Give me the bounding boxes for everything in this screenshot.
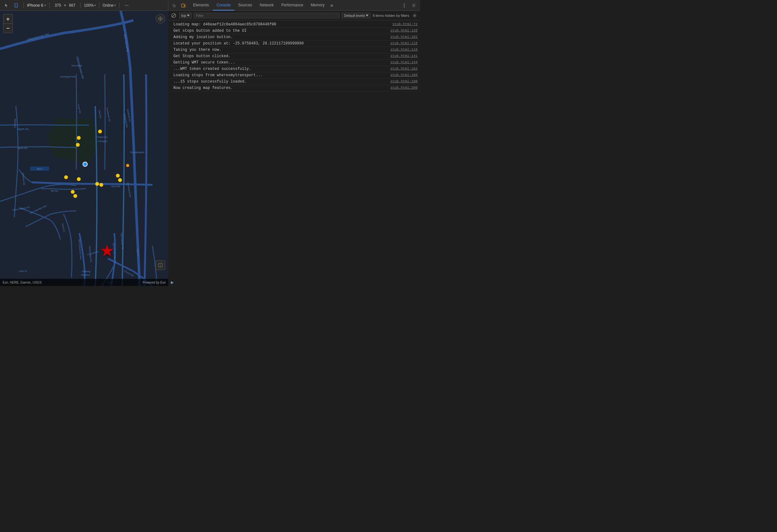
map-marker-stop-10[interactable] bbox=[71, 190, 75, 194]
map-marker-stop-5[interactable] bbox=[77, 177, 81, 181]
map-panel: M71 Olifantsfontein Rd Ben Schoenar Olif… bbox=[0, 11, 168, 286]
map-marker-stop-6[interactable] bbox=[116, 174, 120, 178]
svg-text:ertyn St: ertyn St bbox=[19, 270, 27, 273]
zoom-label: 100% bbox=[84, 3, 94, 8]
device-dropdown-arrow: ▾ bbox=[44, 4, 46, 7]
device-name-label: iPhone 6 bbox=[27, 3, 43, 8]
svg-point-3 bbox=[126, 5, 127, 5]
map-roads-svg: M71 Olifantsfontein Rd Ben Schoenar Olif… bbox=[0, 11, 168, 286]
console-messages-list: Loading map: d46eaef12c0a4864aec85c87084… bbox=[168, 20, 420, 279]
svg-point-1 bbox=[16, 6, 16, 7]
map-marker-stop-7[interactable] bbox=[118, 178, 122, 182]
svg-text:Noordwyk: Noordwyk bbox=[72, 64, 82, 67]
svg-point-4 bbox=[128, 5, 128, 5]
map-marker-stop-1[interactable] bbox=[98, 130, 102, 133]
devtools-vertical-dots-icon[interactable] bbox=[400, 1, 409, 10]
mobile-view-icon[interactable] bbox=[12, 1, 20, 9]
svg-point-60 bbox=[414, 15, 415, 16]
console-toolbar: top Default levels 8 items hidden by fil… bbox=[168, 11, 420, 20]
console-message-row: ...WMT token created successfully.stub.h… bbox=[168, 66, 420, 73]
console-message-source[interactable]: stub.html:199 bbox=[390, 79, 418, 83]
height-input[interactable] bbox=[67, 3, 77, 8]
console-message-source[interactable]: stub.html:162 bbox=[390, 67, 418, 71]
devtools-settings-icon[interactable] bbox=[409, 1, 418, 10]
network-selector[interactable]: Online ▾ bbox=[103, 3, 116, 8]
svg-point-9 bbox=[404, 6, 405, 7]
svg-text:5th Rd: 5th Rd bbox=[51, 190, 59, 193]
console-message-source[interactable]: stub.html:200 bbox=[390, 86, 418, 90]
toolbar-sep-4 bbox=[99, 3, 99, 8]
map-marker-stop-11[interactable] bbox=[73, 194, 77, 198]
cursor-toggle-icon[interactable] bbox=[3, 1, 11, 9]
toolbar-sep-2 bbox=[49, 3, 49, 8]
compass-button[interactable] bbox=[155, 14, 165, 23]
tab-sources[interactable]: Sources bbox=[234, 0, 256, 10]
esri-link[interactable]: Esri bbox=[160, 281, 166, 284]
svg-text:Eighth Rd: Eighth Rd bbox=[17, 128, 28, 130]
top-toolbar: iPhone 6 ▾ × 100% ▾ Online ▾ bbox=[0, 0, 420, 11]
console-settings-icon[interactable] bbox=[411, 12, 418, 19]
main-layout: M71 Olifantsfontein Rd Ben Schoenar Olif… bbox=[0, 11, 420, 286]
console-input-field[interactable] bbox=[176, 280, 418, 285]
map-marker-stop-8[interactable] bbox=[95, 182, 99, 186]
tab-console[interactable]: Console bbox=[213, 0, 234, 10]
tab-performance[interactable]: Performance bbox=[278, 0, 307, 10]
console-message-source[interactable]: stub.html:141 bbox=[390, 54, 418, 58]
attribution-right: Powered by Esri bbox=[142, 281, 166, 284]
zoom-in-button[interactable]: + bbox=[3, 14, 13, 23]
map-marker-stop-2[interactable] bbox=[77, 136, 81, 140]
console-message-row: Loading stops from wheresmytransport...s… bbox=[168, 73, 420, 79]
toolbar-sep-1 bbox=[23, 3, 24, 8]
zoom-selector[interactable]: 100% ▾ bbox=[84, 3, 96, 8]
console-chevron-icon: ▶ bbox=[171, 280, 174, 285]
console-prompt-row: ▶ bbox=[168, 279, 420, 286]
svg-point-10 bbox=[413, 5, 414, 6]
more-options-icon[interactable] bbox=[123, 1, 131, 9]
svg-line-59 bbox=[172, 14, 175, 17]
console-message-row: Adding my location button.stub.html:102 bbox=[168, 34, 420, 41]
svg-text:Ninth Rd: Ninth Rd bbox=[17, 147, 27, 149]
console-message-source[interactable]: stub.html:186 bbox=[390, 73, 418, 77]
toolbar-sep-5 bbox=[119, 3, 119, 8]
clear-console-button[interactable] bbox=[170, 12, 177, 19]
console-message-source[interactable]: stub.html:116 bbox=[390, 47, 418, 51]
inspect-element-icon[interactable] bbox=[170, 1, 179, 10]
svg-point-2 bbox=[125, 5, 126, 5]
map-info-button[interactable] bbox=[155, 260, 165, 270]
svg-point-7 bbox=[404, 3, 405, 4]
toolbar-left: iPhone 6 ▾ × 100% ▾ Online ▾ bbox=[0, 0, 168, 10]
tab-elements[interactable]: Elements bbox=[189, 0, 213, 10]
console-message-row: Get stops button added to the UIstub.htm… bbox=[168, 28, 420, 34]
console-message-source[interactable]: stub.html:115 bbox=[390, 41, 418, 45]
console-message-source[interactable]: stub.html:72 bbox=[393, 22, 418, 26]
network-label: Online bbox=[103, 3, 114, 8]
tab-network[interactable]: Network bbox=[256, 0, 278, 10]
console-message-source[interactable]: stub.html:144 bbox=[390, 60, 418, 64]
map-marker-stop-9[interactable] bbox=[99, 183, 103, 187]
zoom-out-button[interactable]: − bbox=[3, 23, 13, 33]
map-zoom-controls: + − bbox=[3, 14, 13, 33]
console-message-source[interactable]: stub.html:102 bbox=[390, 35, 418, 39]
console-message-text: Loading map: d46eaef12c0a4864aec85c87084… bbox=[174, 22, 388, 27]
width-input[interactable] bbox=[53, 3, 63, 8]
console-source-selector[interactable]: top bbox=[179, 13, 192, 18]
map-marker-stop-4[interactable] bbox=[64, 175, 68, 179]
map-marker-stop-12[interactable] bbox=[126, 164, 129, 167]
console-filter-input[interactable] bbox=[194, 13, 340, 18]
map-attribution-bar: Esri, HERE, Garmin, USGS Powered by Esri bbox=[0, 279, 168, 286]
console-message-row: ...15 stops successfully loaded.stub.htm… bbox=[168, 79, 420, 85]
svg-point-56 bbox=[160, 264, 161, 265]
svg-point-8 bbox=[404, 5, 405, 6]
console-message-source[interactable]: stub.html:135 bbox=[390, 28, 418, 32]
console-message-text: Get stops button added to the UI bbox=[174, 28, 386, 33]
device-mode-icon[interactable] bbox=[179, 1, 188, 10]
device-selector[interactable]: iPhone 6 ▾ bbox=[27, 3, 46, 8]
svg-point-50 bbox=[160, 18, 161, 19]
svg-rect-6 bbox=[185, 5, 186, 7]
console-level-selector[interactable]: Default levels bbox=[342, 13, 370, 18]
devtools-header: Elements Console Sources Network Perform… bbox=[168, 0, 420, 10]
map-marker-stop-3[interactable] bbox=[76, 143, 80, 147]
svg-rect-5 bbox=[182, 4, 184, 7]
tab-memory[interactable]: Memory bbox=[307, 0, 328, 10]
devtools-more-tabs-icon[interactable]: » bbox=[328, 0, 335, 10]
